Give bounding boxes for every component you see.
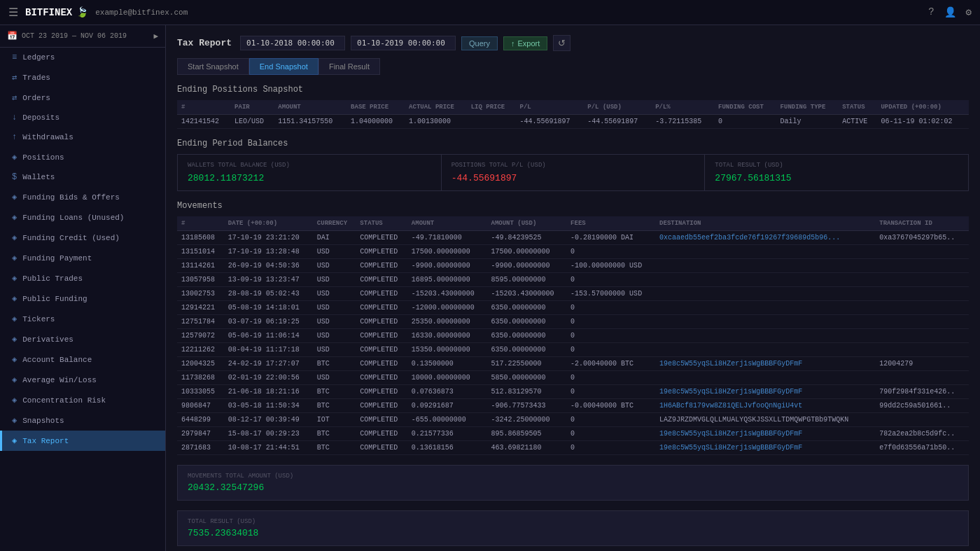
refresh-icon: ↺ (558, 38, 566, 48)
derivatives-icon: ◈ (12, 334, 17, 344)
mov-col-status: STATUS (356, 216, 407, 231)
refresh-button[interactable]: ↺ (553, 35, 570, 51)
sidebar-item-label: Public Trades (22, 274, 83, 283)
sidebar-item-snapshots[interactable]: ◈ Snapshots (0, 410, 165, 431)
sidebar-item-ledgers[interactable]: ≡ Ledgers (0, 48, 165, 67)
sidebar-item-label: Snapshots (22, 417, 64, 425)
table-row: 13057958 13-09-19 13:23:47 USD COMPLETED… (177, 273, 969, 287)
logo: BITFINEX 🍃 (25, 6, 88, 18)
sidebar-item-label: Ledgers (22, 53, 55, 62)
settings-icon[interactable]: ⚙ (966, 6, 972, 18)
sidebar-item-label: Wallets (22, 173, 55, 181)
movements-table: # DATE (+00:00) CURRENCY STATUS AMOUNT A… (177, 216, 969, 455)
mov-col-fees: FEES (566, 216, 655, 231)
sidebar-item-tickers[interactable]: ◈ Tickers (0, 309, 165, 329)
public-trades-icon: ◈ (12, 273, 17, 284)
menu-icon[interactable]: ☰ (8, 6, 18, 20)
tab-start-snapshot[interactable]: Start Snapshot (177, 58, 249, 75)
movements-total-box: MOVEMENTS TOTAL AMOUNT (USD) 20432.32547… (177, 465, 969, 501)
movements-total-label: MOVEMENTS TOTAL AMOUNT (USD) (188, 473, 958, 480)
sidebar-item-funding-loans[interactable]: ◈ Funding Loans (Unused) (0, 207, 165, 228)
sidebar-item-account-balance[interactable]: ◈ Account Balance (0, 349, 165, 370)
table-row: 12914221 05-08-19 14:18:01 USD COMPLETED… (177, 301, 969, 315)
sidebar-item-label: Positions (22, 153, 64, 162)
tax-report-icon: ◈ (12, 435, 17, 446)
table-row: 13002753 28-08-19 05:02:43 USD COMPLETED… (177, 287, 969, 301)
col-liq-price: LIQ PRICE (467, 100, 516, 115)
table-row: 2979847 15-08-17 00:29:23 BTC COMPLETED … (177, 427, 969, 441)
sidebar-item-funding-bids[interactable]: ◈ Funding Bids & Offers (0, 187, 165, 207)
table-row: 12004325 24-02-19 17:27:07 BTC COMPLETED… (177, 357, 969, 371)
total-result-label: TOTAL RESULT (USD) (715, 162, 958, 169)
sidebar-item-funding-payment[interactable]: ◈ Funding Payment (0, 248, 165, 268)
col-id: # (177, 100, 230, 115)
sidebar-item-label: Funding Bids & Offers (22, 193, 120, 202)
tax-report-header: Tax Report Query ↑ Export ↺ (177, 35, 969, 51)
conc-risk-icon: ◈ (12, 395, 17, 405)
table-row: 12579072 05-06-19 11:06:14 USD COMPLETED… (177, 329, 969, 343)
mov-col-currency: CURRENCY (313, 216, 356, 231)
end-date-input[interactable] (351, 36, 456, 50)
table-row: 9806847 03-05-18 11:50:34 BTC COMPLETED … (177, 399, 969, 413)
sidebar-item-funding-credit[interactable]: ◈ Funding Credit (Used) (0, 228, 165, 248)
start-date-input[interactable] (240, 36, 345, 50)
logo-text: BITFINEX (25, 7, 72, 18)
sidebar-item-derivatives[interactable]: ◈ Derivatives (0, 329, 165, 349)
table-row: 142141542 LEO/USD 1151.34157550 1.040000… (177, 115, 969, 129)
sidebar-item-public-funding[interactable]: ◈ Public Funding (0, 288, 165, 309)
date-range-text: OCT 23 2019 — NOV 06 2019 (22, 32, 127, 40)
table-row: 13151014 17-10-19 13:28:48 USD COMPLETED… (177, 245, 969, 259)
sidebar-item-concentration-risk[interactable]: ◈ Concentration Risk (0, 390, 165, 410)
tab-final-result[interactable]: Final Result (318, 58, 380, 75)
sidebar-item-orders[interactable]: ⇄ Orders (0, 88, 165, 108)
help-icon[interactable]: ? (928, 6, 934, 18)
sidebar-item-label: Concentration Risk (22, 396, 106, 405)
sidebar-item-label: Withdrawals (22, 133, 74, 141)
ending-positions-table: # PAIR AMOUNT BASE PRICE ACTUAL PRICE LI… (177, 100, 969, 129)
sidebar-item-tax-report[interactable]: ◈ Tax Report (0, 431, 165, 451)
export-button[interactable]: ↑ Export (503, 36, 547, 50)
table-row: 12751784 03-07-19 06:19:25 USD COMPLETED… (177, 315, 969, 329)
sidebar-item-average-win-loss[interactable]: ◈ Average Win/Loss (0, 370, 165, 390)
table-row: 13114261 26-09-19 04:50:36 USD COMPLETED… (177, 259, 969, 273)
withdrawals-icon: ↑ (12, 132, 17, 142)
table-row: 13185608 17-10-19 23:21:20 DAI COMPLETED… (177, 231, 969, 245)
sidebar-item-label: Derivatives (22, 335, 74, 344)
ending-positions-title: Ending Positions Snapshot (177, 85, 969, 95)
sidebar-item-label: Tax Report (22, 437, 69, 445)
sidebar-item-label: Average Win/Loss (22, 376, 97, 384)
funding-payment-icon: ◈ (12, 253, 17, 263)
sidebar-item-wallets[interactable]: $ Wallets (0, 167, 165, 187)
query-button[interactable]: Query (461, 36, 498, 50)
col-updated: UPDATED (+00:00) (876, 100, 969, 115)
total-result-final-label: TOTAL RESULT (USD) (188, 518, 958, 525)
date-range-bar[interactable]: 📅 OCT 23 2019 — NOV 06 2019 ▶ (0, 25, 165, 48)
sidebar-item-label: Trades (22, 74, 50, 82)
sidebar-item-label: Funding Credit (Used) (22, 234, 120, 242)
leaf-icon: 🍃 (76, 6, 88, 18)
calendar-icon: 📅 (7, 31, 18, 41)
funding-credit-icon: ◈ (12, 232, 17, 243)
sidebar-item-label: Orders (22, 94, 50, 102)
table-row: 11738268 02-01-19 22:00:56 USD COMPLETED… (177, 371, 969, 385)
sidebar-item-deposits[interactable]: ↓ Deposits (0, 108, 165, 127)
mov-col-id: # (177, 216, 224, 231)
col-funding-type: FUNDING TYPE (776, 100, 839, 115)
col-actual-price: ACTUAL PRICE (405, 100, 467, 115)
positions-balance-cell: POSITIONS TOTAL P/L (USD) -44.55691897 (442, 155, 706, 190)
sidebar-item-positions[interactable]: ◈ Positions (0, 147, 165, 167)
date-range-arrow: ▶ (153, 32, 158, 41)
user-icon[interactable]: 👤 (944, 6, 956, 18)
col-pl: P/L (515, 100, 583, 115)
funding-bids-icon: ◈ (12, 192, 17, 202)
tab-end-snapshot[interactable]: End Snapshot (249, 58, 318, 75)
table-row: 10333055 21-06-18 18:21:16 BTC COMPLETED… (177, 385, 969, 399)
sidebar-item-trades[interactable]: ⇄ Trades (0, 67, 165, 88)
mov-col-date: DATE (+00:00) (224, 216, 313, 231)
sidebar-item-label: Tickers (22, 315, 55, 323)
sidebar-item-public-trades[interactable]: ◈ Public Trades (0, 268, 165, 288)
funding-loans-icon: ◈ (12, 212, 17, 223)
sidebar-item-withdrawals[interactable]: ↑ Withdrawals (0, 127, 165, 147)
movements-title: Movements (177, 201, 969, 211)
col-pl-pct: P/L% (651, 100, 714, 115)
